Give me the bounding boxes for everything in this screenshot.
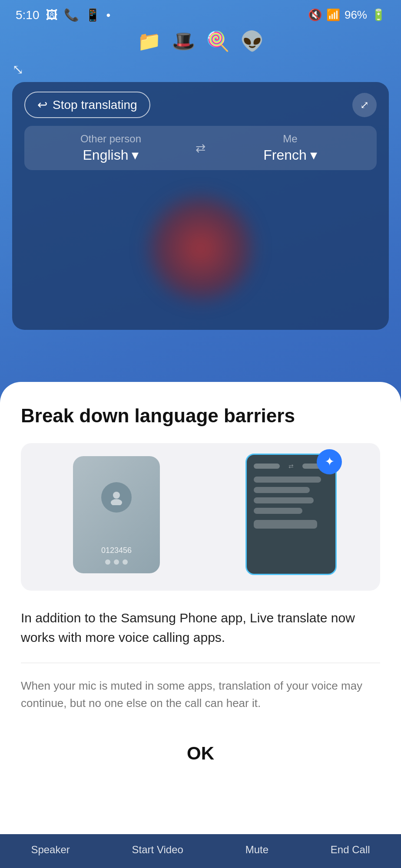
card-top-row: ↩ Stop translating ⤢ xyxy=(24,92,377,118)
other-person-lang-value: English xyxy=(83,147,129,163)
other-person-lang-chevron: ▾ xyxy=(132,147,139,163)
dialog-note: When your mic is muted in some apps, tra… xyxy=(21,677,380,712)
svg-point-0 xyxy=(113,492,120,499)
time-display: 5:10 xyxy=(16,8,40,22)
speaker-button[interactable]: Speaker xyxy=(31,844,70,856)
translator-card: ↩ Stop translating ⤢ Other person Englis… xyxy=(12,82,389,330)
exit-icon: ↩ xyxy=(37,98,47,112)
battery-percent: 96% xyxy=(345,8,367,22)
me-lang-selector[interactable]: French ▾ xyxy=(263,147,317,163)
stop-translating-button[interactable]: ↩ Stop translating xyxy=(24,92,150,118)
alien-emoji: 👽 xyxy=(240,30,264,53)
start-video-button[interactable]: Start Video xyxy=(132,844,183,856)
mic-area[interactable] xyxy=(24,179,377,318)
folder-emoji: 📁 xyxy=(137,30,161,53)
battery-icon: 🔋 xyxy=(371,8,385,22)
me-column: Me French ▾ xyxy=(212,133,368,163)
stop-translating-label: Stop translating xyxy=(53,98,137,112)
status-bar: 5:10 🖼 📞 📱 • 🔇 📶 96% 🔋 xyxy=(0,0,401,26)
emoji-row: 📁 🎩 🍭 👽 xyxy=(0,26,401,57)
tophat-emoji: 🎩 xyxy=(172,30,196,53)
minimize-icon: ⤢ xyxy=(360,99,369,111)
end-call-button[interactable]: End Call xyxy=(331,844,370,856)
dot-indicator: • xyxy=(106,8,111,22)
minimize-button[interactable]: ⤢ xyxy=(352,93,377,117)
dialog-sheet: Break down language barriers 0123456 ⇄ xyxy=(0,382,401,868)
phone-front-pill1 xyxy=(254,464,280,469)
mute-icon: 🔇 xyxy=(308,8,322,22)
phone2-icon: 📱 xyxy=(85,8,100,22)
mute-button[interactable]: Mute xyxy=(245,844,268,856)
phone-back-avatar xyxy=(101,482,132,513)
me-lang-chevron: ▾ xyxy=(310,147,317,163)
sparkle-icon: ✦ xyxy=(325,454,335,469)
phone-front-line5 xyxy=(254,520,317,529)
phone-front-arrow: ⇄ xyxy=(288,463,294,470)
mic-glow-visual xyxy=(144,192,257,305)
person-icon xyxy=(109,490,124,505)
bottom-navigation: Speaker Start Video Mute End Call xyxy=(0,834,401,868)
dialog-description: In addition to the Samsung Phone app, Li… xyxy=(21,608,380,647)
svg-point-1 xyxy=(111,499,122,505)
photo-icon: 🖼 xyxy=(46,8,58,22)
sparkle-badge: ✦ xyxy=(317,449,342,474)
status-left: 5:10 🖼 📞 📱 • xyxy=(16,8,110,22)
phone-front-line3 xyxy=(254,497,314,503)
phone-back-illustration: 0123456 xyxy=(73,456,160,573)
other-person-column: Other person English ▾ xyxy=(33,133,189,163)
resize-icons-row: ⤡ xyxy=(0,57,401,82)
phone-front-line2 xyxy=(254,487,310,493)
divider xyxy=(21,663,380,663)
swap-languages-icon[interactable]: ⇄ xyxy=(189,141,212,155)
other-person-lang-selector[interactable]: English ▾ xyxy=(83,147,139,163)
phone-front-line1 xyxy=(254,477,321,483)
other-person-label: Other person xyxy=(80,133,141,145)
me-label: Me xyxy=(283,133,297,145)
phone-icon: 📞 xyxy=(64,8,79,22)
shrink-in-icon[interactable]: ⤡ xyxy=(12,61,24,78)
ok-button[interactable]: OK xyxy=(21,733,380,781)
phone-number-display: 0123456 xyxy=(101,546,132,555)
wifi-icon: 📶 xyxy=(326,8,340,22)
illustration-container: 0123456 ⇄ ✦ xyxy=(21,443,380,591)
me-lang-value: French xyxy=(263,147,307,163)
phone-front-line4 xyxy=(254,508,302,514)
phone-back-dots xyxy=(105,559,128,565)
language-selector: Other person English ▾ ⇄ Me French ▾ xyxy=(24,126,377,170)
dialog-title: Break down language barriers xyxy=(21,404,380,427)
lollipop-emoji: 🍭 xyxy=(206,30,230,53)
status-right: 🔇 📶 96% 🔋 xyxy=(308,8,385,22)
